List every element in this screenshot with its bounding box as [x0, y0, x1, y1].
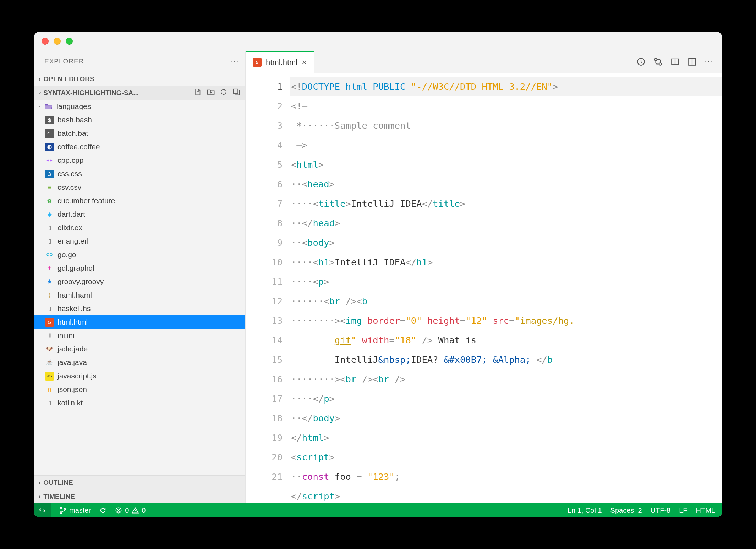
- file-icon: ++: [45, 156, 54, 165]
- tabbar: 5 html.html × ⋯: [246, 51, 722, 73]
- file-haskell-hs[interactable]: ▯ haskell.hs: [34, 302, 245, 315]
- new-file-icon[interactable]: [194, 88, 202, 98]
- svg-point-6: [60, 508, 62, 509]
- line-gutter: 123456789101112131415161718192021: [246, 73, 290, 503]
- new-folder-icon[interactable]: [207, 88, 215, 98]
- file-icon: 🐶: [45, 345, 54, 354]
- file-icon: ≣: [45, 183, 54, 192]
- code-content[interactable]: <!DOCTYPE html PUBLIC "-//W3C//DTD HTML …: [290, 73, 722, 503]
- file-erlang-erl[interactable]: ▯ erlang.erl: [34, 234, 245, 248]
- problems-indicator[interactable]: 0 0: [115, 506, 146, 515]
- file-gql-graphql[interactable]: ✦ gql.graphql: [34, 261, 245, 275]
- file-cpp-cpp[interactable]: ++ cpp.cpp: [34, 154, 245, 167]
- statusbar: master 0 0 Ln 1, Col 1 Spaces: 2 UTF-8 L…: [34, 503, 722, 517]
- file-batch-bat[interactable]: C:\ batch.bat: [34, 127, 245, 140]
- chevron-right-icon: ›: [39, 76, 40, 82]
- folder-open-icon: [44, 102, 53, 111]
- explorer-title: EXPLORER: [44, 57, 84, 65]
- file-icon: ⦀: [45, 331, 54, 340]
- file-elixir-ex[interactable]: ▯ elixir.ex: [34, 221, 245, 234]
- more-icon[interactable]: ⋯: [705, 57, 714, 66]
- file-coffee-coffee[interactable]: ◐ coffee.coffee: [34, 140, 245, 154]
- branch-indicator[interactable]: master: [59, 506, 91, 515]
- eol[interactable]: LF: [679, 506, 687, 515]
- titlebar: [34, 32, 722, 51]
- file-icon: 3: [45, 170, 54, 178]
- history-icon[interactable]: [636, 57, 646, 66]
- file-icon: ◆: [45, 210, 54, 219]
- file-icon: ▯: [45, 304, 54, 313]
- file-html-html[interactable]: 5 html.html: [34, 315, 245, 329]
- refresh-icon[interactable]: [220, 88, 228, 98]
- file-java-java[interactable]: ☕ java.java: [34, 356, 245, 369]
- svg-point-7: [60, 512, 62, 514]
- file-tree[interactable]: › languages$ bash.bashC:\ batch.bat◐ cof…: [34, 100, 245, 475]
- section-timeline[interactable]: › TIMELINE: [34, 489, 245, 503]
- file-dart-dart[interactable]: ◆ dart.dart: [34, 207, 245, 221]
- file-icon: C:\: [45, 129, 54, 138]
- file-icon: 5: [45, 318, 54, 327]
- tab-html[interactable]: 5 html.html ×: [246, 51, 314, 73]
- file-icon: ✦: [45, 264, 54, 273]
- file-icon: GO: [45, 250, 54, 259]
- file-javascript-js[interactable]: JS javascript.js: [34, 369, 245, 383]
- file-icon: ★: [45, 277, 54, 286]
- svg-rect-0: [234, 89, 238, 93]
- file-icon: ☕: [45, 358, 54, 367]
- indentation[interactable]: Spaces: 2: [610, 506, 642, 515]
- file-icon: ⟩: [45, 291, 54, 300]
- file-icon: JS: [45, 372, 54, 381]
- file-groovy-groovy[interactable]: ★ groovy.groovy: [34, 275, 245, 288]
- svg-point-3: [659, 63, 662, 65]
- file-icon: ◐: [45, 143, 54, 151]
- chevron-right-icon: ›: [39, 493, 40, 500]
- section-outline[interactable]: › OUTLINE: [34, 476, 245, 489]
- close-tab-icon[interactable]: ×: [302, 57, 307, 67]
- split-icon[interactable]: [687, 57, 697, 66]
- file-icon: ▯: [45, 399, 54, 407]
- editor-area: 5 html.html × ⋯ 123456789101112131415161…: [246, 51, 722, 503]
- file-jade-jade[interactable]: 🐶 jade.jade: [34, 342, 245, 356]
- file-haml-haml[interactable]: ⟩ haml.haml: [34, 288, 245, 302]
- remote-button[interactable]: [34, 503, 51, 517]
- explorer-more-icon[interactable]: ⋯: [231, 57, 239, 66]
- chevron-down-icon: ›: [39, 92, 43, 94]
- collapse-all-icon[interactable]: [232, 88, 240, 98]
- folder-languages[interactable]: › languages: [34, 100, 245, 113]
- close-window-button[interactable]: [42, 38, 49, 45]
- app-window: EXPLORER ⋯ › OPEN EDITORS › SYNTAX-HIGHL…: [34, 32, 722, 517]
- svg-point-8: [64, 508, 66, 510]
- file-go-go[interactable]: GO go.go: [34, 248, 245, 261]
- preview-icon[interactable]: [670, 57, 680, 66]
- file-kotlin-kt[interactable]: ▯ kotlin.kt: [34, 396, 245, 410]
- file-json-json[interactable]: {} json.json: [34, 383, 245, 396]
- chevron-right-icon: ›: [39, 479, 40, 486]
- section-open-editors[interactable]: › OPEN EDITORS: [34, 72, 245, 86]
- file-icon: ✿: [45, 196, 54, 205]
- file-csv-csv[interactable]: ≣ csv.csv: [34, 181, 245, 194]
- file-ini-ini[interactable]: ⦀ ini.ini: [34, 329, 245, 342]
- cursor-position[interactable]: Ln 1, Col 1: [568, 506, 602, 515]
- maximize-window-button[interactable]: [66, 38, 73, 45]
- file-icon: {}: [45, 385, 54, 394]
- explorer-sidebar: EXPLORER ⋯ › OPEN EDITORS › SYNTAX-HIGHL…: [34, 51, 246, 503]
- file-icon: ▯: [45, 237, 54, 246]
- compare-icon[interactable]: [653, 57, 663, 66]
- file-bash-bash[interactable]: $ bash.bash: [34, 113, 245, 127]
- file-css-css[interactable]: 3 css.css: [34, 167, 245, 181]
- language-mode[interactable]: HTML: [696, 506, 715, 515]
- file-icon: $: [45, 116, 54, 124]
- minimize-window-button[interactable]: [54, 38, 61, 45]
- svg-point-2: [654, 58, 657, 61]
- code-editor[interactable]: 123456789101112131415161718192021 <!DOCT…: [246, 73, 722, 503]
- main-area: EXPLORER ⋯ › OPEN EDITORS › SYNTAX-HIGHL…: [34, 51, 722, 503]
- explorer-header: EXPLORER ⋯: [34, 51, 245, 72]
- encoding[interactable]: UTF-8: [651, 506, 671, 515]
- file-icon: ▯: [45, 223, 54, 232]
- tab-actions: ⋯: [628, 51, 722, 73]
- sync-button[interactable]: [99, 507, 106, 514]
- section-project[interactable]: › SYNTAX-HIGHLIGHTING-SA...: [34, 86, 245, 100]
- html-icon: 5: [253, 58, 262, 67]
- file-cucumber-feature[interactable]: ✿ cucumber.feature: [34, 194, 245, 207]
